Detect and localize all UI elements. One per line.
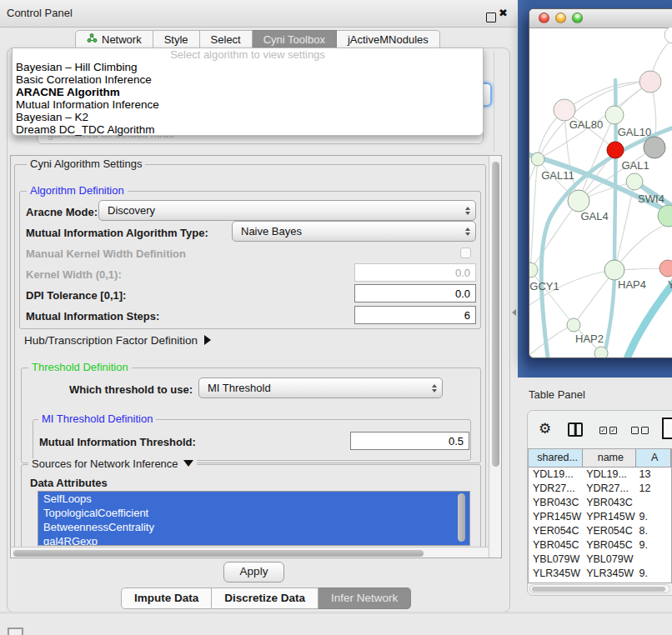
mi-steps-field[interactable] [354,306,476,324]
hub-definition-toggle[interactable]: Hub/Transcription Factor Definition [24,334,211,347]
attribute-item[interactable]: gal4RGexp [38,534,469,546]
tab-infer-network[interactable]: Infer Network [318,588,411,609]
table-cell: YBR045C [583,538,635,552]
network-node[interactable] [664,28,672,43]
show-columns-icon[interactable]: ✓ ✓ [599,427,617,434]
column-header-name[interactable]: name [583,449,635,467]
horizontal-scrollbar-thumb[interactable] [13,550,424,557]
which-threshold-combo[interactable]: MI Threshold [198,378,443,398]
network-canvas[interactable]: GAL80GAL10GAL1GAL11SWI4GAL4GCY1HAP4YHAP2 [529,28,672,358]
attribute-list-scrollbar[interactable] [458,493,465,542]
attribute-item[interactable]: TopologicalCoefficient [38,506,469,520]
mi-type-label: Mutual Information Algorithm Type: [26,227,208,239]
minimized-panel-icon[interactable] [8,628,23,635]
mi-threshold-field[interactable] [350,432,469,450]
attribute-item[interactable]: SelfLoops [38,492,469,506]
table-horizontal-scrollbar[interactable] [529,584,670,593]
combo-value: Discovery [99,204,460,217]
table-cell: YBL079W [583,552,635,567]
kernel-width-field[interactable] [354,263,476,282]
column-layout-icon[interactable] [568,422,583,437]
table-row[interactable]: YBL079WYBL079W [529,552,671,567]
table-cell: YIL052C [529,581,583,583]
table-row[interactable]: YIL052CYIL052C9 [529,581,671,583]
network-node[interactable] [659,260,672,277]
network-node[interactable] [604,260,624,280]
attribute-item[interactable]: BetweennessCentrality [38,520,469,534]
group-title: Algorithm Definition [27,185,128,197]
column-header-shared-[interactable]: shared... [529,449,583,467]
network-view-window: GAL80GAL10GAL1GAL11SWI4GAL4GCY1HAP4YHAP2 [529,8,672,358]
mi-type-combo[interactable]: Naive Bayes [232,221,476,242]
vertical-scrollbar-thumb[interactable] [492,162,499,467]
group-title: Cyni Algorithm Settings [27,158,145,170]
dropdown-item[interactable]: Bayesian – Hill Climbing [13,61,483,73]
close-panel-icon[interactable]: ✖ [499,7,508,19]
table-row[interactable]: YDL19...YDL19...13 [529,468,671,482]
apply-button[interactable]: Apply [223,562,284,582]
table-row[interactable]: YBR043CYBR043C [529,496,671,510]
data-attributes-list[interactable]: SelfLoopsTopologicalCoefficientBetweenne… [38,491,470,546]
dropdown-item[interactable]: Basic Correlation Inference [13,73,483,86]
cyni-bottom-tabs: Impute DataDiscretize DataInfer Network [121,588,411,608]
network-edge[interactable] [529,325,574,355]
document-icon[interactable] [662,418,672,439]
network-node[interactable] [605,106,624,124]
hide-columns-icon[interactable] [631,427,649,434]
table-cell: YDL19... [529,468,583,482]
unchecked-box-icon [631,427,639,434]
dropdown-item[interactable]: Dream8 DC_TDC Algorithm [13,123,483,136]
kernel-width-label: Kernel Width (0,1): [26,268,122,281]
network-node[interactable] [567,318,580,332]
network-edge[interactable] [564,82,650,110]
manual-kernel-label: Manual Kernel Width Definition [26,248,186,260]
network-node[interactable] [626,173,643,190]
combo-value: Naive Bayes [233,225,460,238]
table-row[interactable]: YER054CYER054C8. [529,524,671,538]
dpi-tolerance-field[interactable] [354,284,476,302]
table-row[interactable]: YLR345WYLR345W9. [529,567,671,581]
float-panel-icon[interactable] [486,12,496,22]
manual-kernel-checkbox[interactable] [460,248,471,258]
combo-value: MI Threshold [199,382,427,394]
minimize-window-button[interactable] [555,12,566,23]
network-node[interactable] [531,152,544,166]
table-scrollbar-thumb[interactable] [532,587,665,592]
network-icon [87,31,98,49]
table-cell: 8. [636,524,671,538]
table-cell: YER054C [583,524,635,538]
combo-arrows-icon [427,384,442,392]
zoom-window-button[interactable] [572,12,583,23]
table-cell: YBR045C [529,538,583,552]
table-row[interactable]: YDR27...YDR27...12 [529,482,671,496]
network-node[interactable] [568,190,589,212]
table-cell: YLR345W [529,567,583,581]
tab-impute-data[interactable]: Impute Data [121,588,212,609]
network-edge[interactable] [529,151,672,216]
network-node[interactable] [639,71,661,92]
node-label: GAL10 [618,126,651,138]
column-header-a[interactable]: A [636,449,672,467]
table-row[interactable]: YBR045CYBR045C9. [529,538,671,552]
network-node[interactable] [594,347,608,358]
panel-splitter-arrow[interactable] [512,309,516,316]
vertical-scrollbar[interactable] [489,156,502,558]
table-row[interactable]: YPR145WYPR145W9. [529,510,671,524]
network-node[interactable] [529,262,538,278]
algorithm-combo-prompt: Select algorithm to view settings [13,48,483,61]
aracne-mode-combo[interactable]: Discovery [98,200,476,221]
network-node[interactable] [607,142,624,158]
gear-icon[interactable]: ⚙ [539,420,551,438]
mi-threshold-label: Mutual Information Threshold: [39,436,196,448]
dropdown-item[interactable]: Mutual Information Inference [13,98,483,111]
unchecked-box-icon [641,427,649,434]
network-node[interactable] [644,137,665,158]
close-window-button[interactable] [539,12,549,23]
tab-discretize-data[interactable]: Discretize Data [212,588,318,609]
network-edge[interactable] [541,126,672,358]
horizontal-scrollbar[interactable] [11,547,489,558]
collapse-arrow-icon[interactable] [183,460,193,467]
dropdown-item[interactable]: Bayesian – K2 [13,111,483,123]
dropdown-item[interactable]: ARACNE Algorithm [13,86,483,98]
network-edge[interactable] [530,270,574,325]
